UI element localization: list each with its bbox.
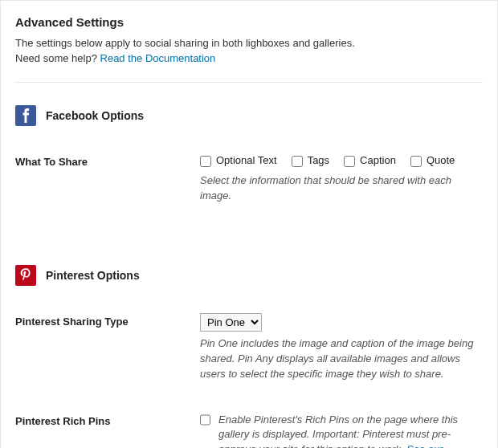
optional-text-checkbox[interactable]	[200, 156, 211, 167]
rich-pins-help: Enable Pinterest's Rich Pins on the page…	[218, 413, 483, 449]
quote-option[interactable]: Quote	[410, 153, 455, 169]
advanced-settings-panel: Advanced Settings The settings below app…	[0, 0, 498, 448]
facebook-section-header: Facebook Options	[15, 105, 483, 126]
facebook-icon	[15, 105, 36, 126]
rich-pins-label: Pinterest Rich Pins	[15, 413, 200, 430]
intro-line1: The settings below apply to social shari…	[15, 37, 355, 49]
optional-text-label: Optional Text	[216, 153, 277, 169]
what-to-share-label: What To Share	[15, 153, 200, 170]
what-to-share-help: Select the information that should be sh…	[200, 173, 483, 204]
pinterest-section-header: Pinterest Options	[15, 265, 483, 286]
sharing-type-help: Pin One includes the image and caption o…	[200, 336, 483, 382]
tags-checkbox[interactable]	[292, 156, 303, 167]
caption-option[interactable]: Caption	[344, 153, 396, 169]
caption-label: Caption	[360, 153, 396, 169]
page-title: Advanced Settings	[15, 14, 483, 31]
read-documentation-link[interactable]: Read the Documentation	[100, 52, 216, 64]
pinterest-icon	[15, 265, 36, 286]
what-to-share-row: What To Share Optional Text Tags Caption	[15, 153, 483, 204]
tags-option[interactable]: Tags	[292, 153, 329, 169]
quote-label: Quote	[427, 153, 455, 169]
sharing-type-row: Pinterest Sharing Type Pin One Pin One i…	[15, 313, 483, 382]
intro-help-prefix: Need some help?	[15, 52, 100, 64]
facebook-section-title: Facebook Options	[46, 108, 144, 124]
sharing-type-select[interactable]: Pin One	[200, 313, 262, 332]
rich-pins-checkbox[interactable]	[200, 414, 210, 426]
quote-checkbox[interactable]	[410, 156, 422, 167]
intro-text: The settings below apply to social shari…	[15, 36, 483, 67]
rich-pins-row: Pinterest Rich Pins Enable Pinterest's R…	[15, 413, 483, 449]
pinterest-section-title: Pinterest Options	[46, 267, 140, 283]
sharing-type-label: Pinterest Sharing Type	[15, 313, 200, 330]
optional-text-option[interactable]: Optional Text	[200, 153, 277, 169]
caption-checkbox[interactable]	[344, 156, 355, 167]
divider	[15, 82, 483, 83]
tags-label: Tags	[308, 153, 329, 169]
what-to-share-checks: Optional Text Tags Caption Quote	[200, 153, 483, 169]
